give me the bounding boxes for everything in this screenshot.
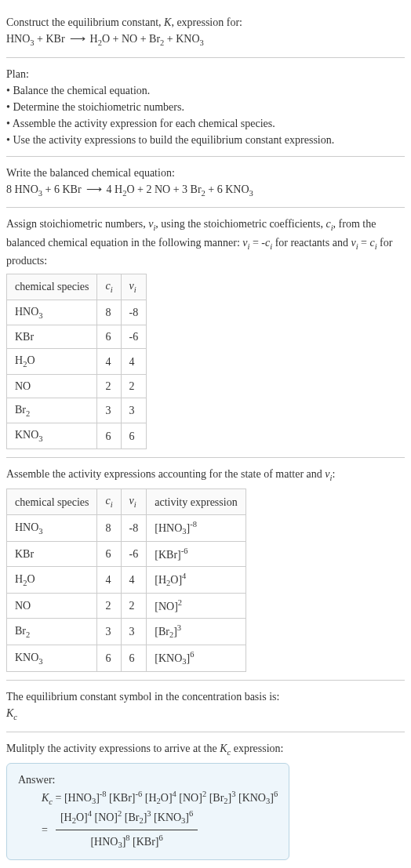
plan-title: Plan: [6, 66, 405, 82]
table-row: Br233[Br2]3 [7, 618, 246, 645]
cell-activity: [KNO3]6 [147, 645, 246, 671]
table-row: NO22 [7, 374, 147, 398]
cell-species: NO [7, 594, 97, 619]
cell-ci: 6 [97, 645, 121, 671]
intro-equation: HNO3 + KBr⟶H2O + NO + Br2 + KNO3 [6, 31, 405, 49]
cell-ci: 8 [97, 300, 121, 325]
assign-text: Assign stoichiometric numbers, νi, using… [6, 216, 405, 269]
balanced-equation: 8 HNO3 + 6 KBr⟶4 H2O + 2 NO + 3 Br2 + 6 … [6, 181, 405, 200]
assign-section: Assign stoichiometric numbers, νi, using… [6, 208, 405, 458]
cell-ci: 4 [97, 566, 121, 593]
cell-vi: 4 [121, 566, 147, 593]
table-row: H2O44[H2O]4 [7, 566, 246, 593]
plan-bullet: • Assemble the activity expression for e… [6, 115, 405, 132]
col-species: chemical species [7, 274, 97, 300]
cell-vi: 2 [121, 374, 147, 398]
col-ci: ci [97, 274, 121, 300]
answer-line2: = [H2O]4 [NO]2 [Br2]3 [KNO3]6 [HNO3]8 [K… [18, 808, 278, 851]
cell-vi: -6 [121, 325, 147, 349]
assemble-table: chemical species ci νi activity expressi… [6, 488, 246, 672]
cell-vi: 6 [121, 423, 147, 449]
table-row: HNO38-8[HNO3]-8 [7, 515, 246, 542]
cell-ci: 2 [97, 374, 121, 398]
cell-species: KBr [7, 325, 97, 349]
col-vi: νi [121, 489, 147, 515]
symbol-line1: The equilibrium constant symbol in the c… [6, 688, 405, 705]
cell-ci: 6 [97, 423, 121, 449]
cell-species: KNO3 [7, 423, 97, 449]
cell-species: HNO3 [7, 515, 97, 542]
assemble-section: Assemble the activity expressions accoun… [6, 458, 405, 681]
cell-activity: [H2O]4 [147, 566, 246, 593]
answer-line1: Kc = [HNO3]-8 [KBr]-6 [H2O]4 [NO]2 [Br2]… [18, 788, 278, 808]
plan-bullet: • Determine the stoichiometric numbers. [6, 99, 405, 115]
table-row: KNO366 [7, 423, 147, 449]
cell-species: H2O [7, 349, 97, 375]
intro-section: Construct the equilibrium constant, K, e… [6, 6, 405, 58]
fraction-denominator: [HNO3]8 [KBr]6 [56, 830, 198, 852]
cell-activity: [Br2]3 [147, 618, 246, 645]
col-species: chemical species [7, 489, 97, 515]
balanced-title: Write the balanced chemical equation: [6, 165, 405, 181]
col-ci: ci [97, 489, 121, 515]
cell-vi: -8 [121, 300, 147, 325]
symbol-kc: Kc [6, 705, 405, 724]
fraction: [H2O]4 [NO]2 [Br2]3 [KNO3]6 [HNO3]8 [KBr… [56, 808, 198, 851]
col-vi: νi [121, 274, 147, 300]
col-activity: activity expression [147, 489, 246, 515]
table-row: HNO38-8 [7, 300, 147, 325]
assemble-text: Assemble the activity expressions accoun… [6, 466, 405, 485]
cell-species: NO [7, 374, 97, 398]
answer-box: Answer: Kc = [HNO3]-8 [KBr]-6 [H2O]4 [NO… [6, 763, 289, 860]
cell-vi: 3 [121, 398, 147, 423]
cell-ci: 8 [97, 515, 121, 542]
multiply-text: Mulitply the activity expressions to arr… [6, 740, 405, 759]
cell-vi: -6 [121, 542, 147, 567]
balanced-section: Write the balanced chemical equation: 8 … [6, 157, 405, 209]
fraction-numerator: [H2O]4 [NO]2 [Br2]3 [KNO3]6 [56, 808, 198, 830]
cell-vi: 4 [121, 349, 147, 375]
cell-species: H2O [7, 566, 97, 593]
cell-activity: [HNO3]-8 [147, 515, 246, 542]
cell-vi: 6 [121, 645, 147, 671]
cell-activity: [NO]2 [147, 594, 246, 619]
cell-species: Br2 [7, 618, 97, 645]
symbol-section: The equilibrium constant symbol in the c… [6, 681, 405, 732]
plan-section: Plan: • Balance the chemical equation. •… [6, 58, 405, 157]
table-row: KBr6-6 [7, 325, 147, 349]
cell-vi: -8 [121, 515, 147, 542]
cell-species: HNO3 [7, 300, 97, 325]
cell-species: KNO3 [7, 645, 97, 671]
multiply-section: Mulitply the activity expressions to arr… [6, 732, 405, 868]
table-row: NO22[NO]2 [7, 594, 246, 619]
table-row: KBr6-6[KBr]-6 [7, 542, 246, 567]
cell-ci: 4 [97, 349, 121, 375]
cell-ci: 6 [97, 542, 121, 567]
plan-bullet: • Use the activity expressions to build … [6, 132, 405, 148]
cell-activity: [KBr]-6 [147, 542, 246, 567]
table-row: H2O44 [7, 349, 147, 375]
cell-vi: 3 [121, 618, 147, 645]
cell-ci: 3 [97, 398, 121, 423]
cell-species: KBr [7, 542, 97, 567]
plan-bullet: • Balance the chemical equation. [6, 82, 405, 99]
answer-label: Answer: [18, 772, 278, 788]
table-row: KNO366[KNO3]6 [7, 645, 246, 671]
cell-ci: 2 [97, 594, 121, 619]
table-header-row: chemical species ci νi [7, 274, 147, 300]
cell-ci: 6 [97, 325, 121, 349]
cell-ci: 3 [97, 618, 121, 645]
intro-line1: Construct the equilibrium constant, K, e… [6, 14, 405, 31]
table-header-row: chemical species ci νi activity expressi… [7, 489, 246, 515]
cell-species: Br2 [7, 398, 97, 423]
table-row: Br233 [7, 398, 147, 423]
assign-table: chemical species ci νi HNO38-8 KBr6-6 H2… [6, 274, 147, 449]
cell-vi: 2 [121, 594, 147, 619]
